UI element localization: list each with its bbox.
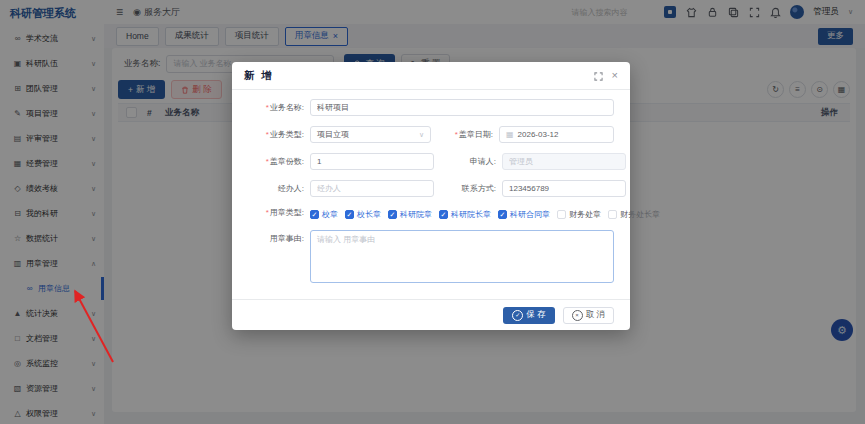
field-label-business-name: *业务名称: <box>248 99 310 116</box>
seal-type-label: 校长章 <box>357 209 381 220</box>
seal-date-value: 2026-03-12 <box>518 130 559 139</box>
field-label-applicant: 申请人: <box>434 153 502 170</box>
required-asterisk: * <box>266 157 269 166</box>
app-screen: 科研管理系统 ∞ 学术交流 ∨ ▣ 科研队伍 ∨ ⊞ 团队管理 ∨ ✎ 项目管理… <box>0 0 865 424</box>
copies-input[interactable] <box>310 153 434 170</box>
cancel-button-label: 取 消 <box>586 309 605 321</box>
seal-type-label: 科研院章 <box>400 209 432 220</box>
business-name-input[interactable] <box>310 99 614 116</box>
applicant-input <box>502 153 626 170</box>
seal-type-checkbox[interactable]: ✓校章 <box>310 209 338 220</box>
calendar-icon: ▦ <box>506 130 514 139</box>
seal-type-checkbox[interactable]: ✓校长章 <box>345 209 381 220</box>
modal-title: 新 增 <box>244 69 274 83</box>
maximize-icon[interactable] <box>594 67 603 85</box>
chevron-down-icon: ∨ <box>419 131 424 139</box>
reason-textarea[interactable] <box>310 230 614 283</box>
seal-type-label: 科研院长章 <box>451 209 491 220</box>
checkbox-icon: ✓ <box>498 210 507 219</box>
field-label-reason: 用章事由: <box>248 230 310 283</box>
modal-body: *业务名称: *业务类型: 项目立项 ∨ *盖章日期: ▦ 2026-03-12 <box>232 90 630 283</box>
checkbox-icon: ✓ <box>608 210 617 219</box>
circle-check-icon: ✓ <box>512 310 523 321</box>
business-type-select[interactable]: 项目立项 ∨ <box>310 126 431 143</box>
checkbox-icon: ✓ <box>345 210 354 219</box>
seal-type-label: 财务处章 <box>569 209 601 220</box>
seal-type-checkbox[interactable]: ✓科研院长章 <box>439 209 491 220</box>
save-button-label: 保 存 <box>526 309 545 321</box>
seal-type-checkbox[interactable]: ✓财务处长章 <box>608 209 660 220</box>
required-asterisk: * <box>266 208 269 217</box>
close-icon[interactable]: × <box>612 70 618 81</box>
checkbox-icon: ✓ <box>557 210 566 219</box>
field-label-handler: 经办人: <box>248 180 310 197</box>
seal-type-checkbox[interactable]: ✓科研合同章 <box>498 209 550 220</box>
save-button[interactable]: ✓ 保 存 <box>503 307 554 324</box>
seal-date-picker[interactable]: ▦ 2026-03-12 <box>499 126 614 143</box>
checkbox-icon: ✓ <box>388 210 397 219</box>
business-type-value: 项目立项 <box>317 129 349 140</box>
new-seal-modal: 新 增 × *业务名称: *业务类型: 项目立项 ∨ <box>232 62 630 330</box>
required-asterisk: * <box>266 130 269 139</box>
handler-input[interactable] <box>310 180 434 197</box>
required-asterisk: * <box>266 103 269 112</box>
seal-type-label: 科研合同章 <box>510 209 550 220</box>
seal-type-checkbox-group: ✓校章 ✓校长章 ✓科研院章 ✓科研院长章 ✓科研合同章 ✓财务处章 ✓财务处长… <box>310 207 660 221</box>
checkbox-icon: ✓ <box>439 210 448 219</box>
contact-input[interactable] <box>502 180 626 197</box>
seal-type-label: 财务处长章 <box>620 209 660 220</box>
field-label-copies: *盖章份数: <box>248 153 310 170</box>
seal-type-checkbox[interactable]: ✓科研院章 <box>388 209 432 220</box>
seal-type-label: 校章 <box>322 209 338 220</box>
field-label-business-type: *业务类型: <box>248 126 310 143</box>
field-label-seal-type: *用章类型: <box>248 207 310 221</box>
required-asterisk: * <box>455 130 458 139</box>
modal-header: 新 增 × <box>232 62 630 90</box>
field-label-contact: 联系方式: <box>434 180 502 197</box>
field-label-seal-date: *盖章日期: <box>431 126 499 143</box>
circle-close-icon: × <box>572 310 583 321</box>
cancel-button[interactable]: × 取 消 <box>563 307 614 324</box>
modal-footer: ✓ 保 存 × 取 消 <box>232 299 630 330</box>
seal-type-checkbox[interactable]: ✓财务处章 <box>557 209 601 220</box>
checkbox-icon: ✓ <box>310 210 319 219</box>
